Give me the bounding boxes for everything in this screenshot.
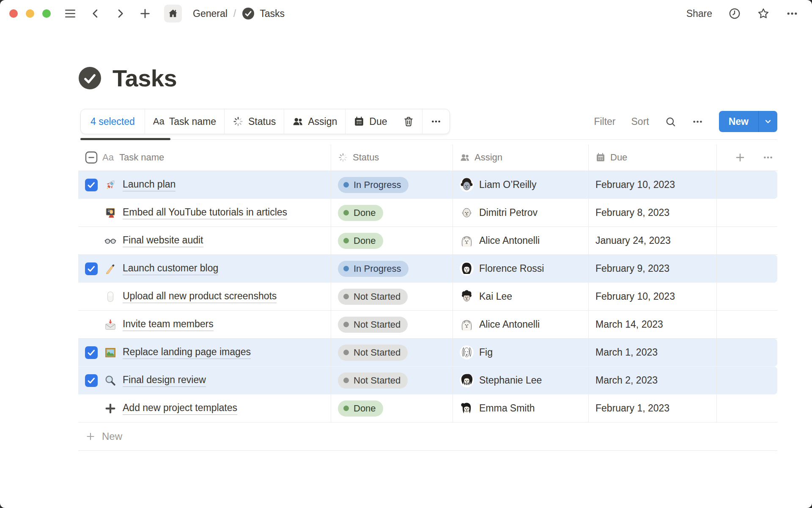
search-icon[interactable] <box>665 116 676 127</box>
close-window-button[interactable] <box>9 9 18 18</box>
task-name-link[interactable]: Final website audit <box>123 235 203 247</box>
status-cell[interactable]: Done <box>331 199 453 226</box>
due-cell[interactable]: March 14, 2023 <box>589 311 717 338</box>
back-icon[interactable] <box>90 8 102 19</box>
view-more-icon[interactable] <box>692 116 703 127</box>
clock-icon[interactable] <box>728 7 741 20</box>
assign-cell[interactable]: Emma Smith <box>453 395 589 422</box>
assign-cell[interactable]: Stephanie Lee <box>453 367 589 394</box>
task-name-cell[interactable]: Replace landing page images <box>78 339 331 366</box>
due-cell[interactable]: February 10, 2023 <box>589 283 717 310</box>
table-row[interactable]: Launch customer blogIn ProgressFlorence … <box>78 255 777 283</box>
row-checkbox[interactable] <box>85 290 98 303</box>
status-badge[interactable]: In Progress <box>338 177 409 193</box>
task-name-link[interactable]: Final design review <box>123 374 206 387</box>
status-badge[interactable]: Not Started <box>338 317 408 333</box>
status-cell[interactable]: Done <box>331 227 453 254</box>
column-header-due[interactable]: Due <box>589 144 717 171</box>
minimize-window-button[interactable] <box>26 9 34 18</box>
new-row-button[interactable]: New <box>78 422 777 451</box>
active-view-indicator[interactable] <box>80 138 170 140</box>
table-row[interactable]: Embed all YouTube tutorials in articlesD… <box>78 199 777 227</box>
breadcrumb-page[interactable]: Tasks <box>260 8 285 19</box>
row-checkbox[interactable] <box>85 262 98 275</box>
status-cell[interactable]: Done <box>331 395 453 422</box>
delete-button[interactable] <box>395 109 422 134</box>
column-header-task-name[interactable]: Aa Task name <box>78 144 331 171</box>
page-check-circle-icon[interactable] <box>78 66 102 90</box>
new-tab-icon[interactable] <box>139 7 151 20</box>
select-all-checkbox[interactable] <box>85 151 98 164</box>
due-cell[interactable]: January 24, 2023 <box>589 227 717 254</box>
column-header-status[interactable]: Status <box>331 144 453 171</box>
table-more-icon[interactable] <box>763 152 774 163</box>
home-icon[interactable] <box>164 5 182 22</box>
toolbar-more-button[interactable] <box>422 109 450 134</box>
due-cell[interactable]: February 1, 2023 <box>589 395 717 422</box>
toolbar-field-due[interactable]: Due <box>346 109 395 134</box>
zoom-window-button[interactable] <box>42 9 51 18</box>
task-name-cell[interactable]: Upload all new product screenshots <box>78 283 331 310</box>
task-name-cell[interactable]: Launch plan <box>78 171 331 199</box>
task-name-cell[interactable]: Add new project templates <box>78 395 331 422</box>
status-badge[interactable]: Not Started <box>338 289 408 305</box>
task-name-link[interactable]: Invite team members <box>123 318 214 331</box>
task-name-link[interactable]: Replace landing page images <box>123 346 251 359</box>
task-name-link[interactable]: Upload all new product screenshots <box>123 290 277 303</box>
hamburger-icon[interactable] <box>63 7 77 20</box>
toolbar-field-task-name[interactable]: AaTask name <box>145 109 225 134</box>
status-badge[interactable]: Done <box>338 205 383 221</box>
row-checkbox[interactable] <box>85 235 98 247</box>
add-column-icon[interactable] <box>735 152 746 163</box>
status-cell[interactable]: In Progress <box>331 171 453 199</box>
row-checkbox[interactable] <box>85 179 98 191</box>
status-badge[interactable]: Done <box>338 233 383 249</box>
row-checkbox[interactable] <box>85 346 98 359</box>
row-checkbox[interactable] <box>85 207 98 219</box>
table-row[interactable]: Final design reviewNot StartedStephanie … <box>78 367 777 395</box>
status-cell[interactable]: Not Started <box>331 311 453 338</box>
row-checkbox[interactable] <box>85 374 98 387</box>
assign-cell[interactable]: Fig <box>453 339 589 366</box>
table-row[interactable]: Replace landing page imagesNot StartedFi… <box>78 339 777 367</box>
status-badge[interactable]: Done <box>338 400 383 417</box>
row-checkbox[interactable] <box>85 402 98 415</box>
star-icon[interactable] <box>757 7 770 20</box>
toolbar-field-assign[interactable]: Assign <box>284 109 346 134</box>
row-checkbox[interactable] <box>85 318 98 331</box>
task-name-link[interactable]: Add new project templates <box>123 402 237 415</box>
assign-cell[interactable]: Florence Rossi <box>453 255 589 282</box>
task-name-cell[interactable]: Embed all YouTube tutorials in articles <box>78 199 331 226</box>
table-row[interactable]: Upload all new product screenshotsNot St… <box>78 283 777 311</box>
share-button[interactable]: Share <box>686 8 712 19</box>
status-badge[interactable]: Not Started <box>338 373 408 389</box>
new-button[interactable]: New <box>719 111 777 132</box>
table-row[interactable]: Launch planIn ProgressLiam O’ReillyFebru… <box>78 171 777 199</box>
due-cell[interactable]: February 9, 2023 <box>589 255 717 282</box>
task-name-cell[interactable]: Invite team members <box>78 311 331 338</box>
due-cell[interactable]: March 1, 2023 <box>589 339 717 366</box>
due-cell[interactable]: February 8, 2023 <box>589 199 717 226</box>
sort-button[interactable]: Sort <box>631 116 649 127</box>
table-row[interactable]: Final website auditDoneAlice AntonelliJa… <box>78 227 777 255</box>
task-name-link[interactable]: Launch customer blog <box>123 262 218 275</box>
filter-button[interactable]: Filter <box>594 116 615 127</box>
forward-icon[interactable] <box>114 8 126 19</box>
table-row[interactable]: Invite team membersNot StartedAlice Anto… <box>78 311 777 339</box>
assign-cell[interactable]: Dimitri Petrov <box>453 199 589 226</box>
assign-cell[interactable]: Alice Antonelli <box>453 227 589 254</box>
column-header-assign[interactable]: Assign <box>453 144 589 171</box>
status-cell[interactable]: Not Started <box>331 367 453 394</box>
due-cell[interactable]: February 10, 2023 <box>589 171 717 199</box>
status-cell[interactable]: In Progress <box>331 255 453 282</box>
table-row[interactable]: Add new project templatesDoneEmma SmithF… <box>78 395 777 422</box>
status-badge[interactable]: Not Started <box>338 345 408 361</box>
task-name-link[interactable]: Launch plan <box>123 179 176 191</box>
assign-cell[interactable]: Liam O’Reilly <box>453 171 589 199</box>
assign-cell[interactable]: Kai Lee <box>453 283 589 310</box>
task-name-cell[interactable]: Final website audit <box>78 227 331 254</box>
toolbar-field-status[interactable]: Status <box>225 109 284 134</box>
assign-cell[interactable]: Alice Antonelli <box>453 311 589 338</box>
task-name-link[interactable]: Embed all YouTube tutorials in articles <box>123 207 287 219</box>
new-button-label[interactable]: New <box>719 111 758 132</box>
